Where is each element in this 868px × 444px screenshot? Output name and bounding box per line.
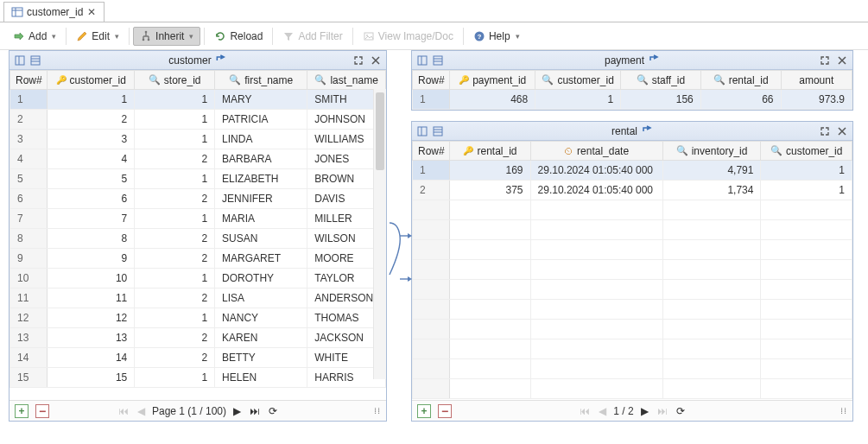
table-row[interactable]: 1 169 29.10.2024 01:05:40 000 4,791 1: [413, 161, 852, 181]
reload-button[interactable]: Reload: [208, 28, 269, 45]
cell-customer-id[interactable]: 5: [48, 169, 135, 189]
cell-customer-id[interactable]: 13: [48, 328, 135, 348]
cell-store-id[interactable]: 1: [135, 269, 215, 289]
maximize-icon[interactable]: [818, 124, 832, 138]
cell-customer-id[interactable]: 1: [48, 90, 135, 110]
table-row[interactable]: 15 15 1 HELEN HARRIS: [10, 368, 386, 388]
cell-store-id[interactable]: 2: [135, 189, 215, 209]
cell-store-id[interactable]: 2: [135, 328, 215, 348]
cell-rental-date[interactable]: 29.10.2024 01:05:40 000: [530, 181, 662, 200]
cell-customer-id[interactable]: 1: [535, 90, 621, 110]
link-icon[interactable]: [215, 53, 227, 67]
col-store-id[interactable]: store_id: [164, 74, 201, 86]
cell-customer-id[interactable]: 14: [48, 348, 135, 368]
cell-store-id[interactable]: 1: [135, 368, 215, 388]
cell-first-name[interactable]: MARIA: [215, 209, 307, 229]
cell-first-name[interactable]: NANCY: [215, 308, 307, 328]
footer-menu-icon[interactable]: ⁞⁞: [374, 406, 381, 415]
add-button[interactable]: Add ▾: [7, 28, 62, 45]
refresh-button[interactable]: ⟳: [675, 405, 687, 417]
table-row[interactable]: 4 4 2 BARBARA JONES: [10, 149, 386, 169]
maximize-icon[interactable]: [352, 54, 365, 67]
refresh-button[interactable]: ⟳: [267, 405, 279, 417]
table-row[interactable]: 1 468 1 156 66 973.9: [413, 90, 852, 110]
cell-inventory-id[interactable]: 1,734: [662, 181, 761, 200]
cell-store-id[interactable]: 2: [135, 348, 215, 368]
cell-rental-id[interactable]: 66: [700, 90, 781, 110]
last-page-button[interactable]: ⏭: [248, 405, 262, 417]
panel-layout1-icon[interactable]: [415, 54, 429, 67]
maximize-icon[interactable]: [818, 54, 832, 67]
col-rownum[interactable]: Row#: [418, 74, 445, 86]
col-rental-date[interactable]: rental_date: [577, 145, 629, 157]
cell-first-name[interactable]: MARY: [215, 90, 307, 110]
cell-first-name[interactable]: ELIZABETH: [215, 169, 307, 189]
next-page-button[interactable]: ▶: [231, 405, 243, 417]
cell-store-id[interactable]: 2: [135, 229, 215, 249]
cell-customer-id[interactable]: 3: [48, 130, 135, 149]
col-inventory-id[interactable]: inventory_id: [692, 145, 748, 157]
close-icon[interactable]: [835, 124, 849, 138]
add-row-button[interactable]: +: [15, 404, 29, 418]
cell-first-name[interactable]: HELEN: [215, 368, 307, 388]
rental-grid[interactable]: Row# 🔑rental_id ⏲rental_date 🔍inventory_…: [412, 141, 852, 400]
table-row[interactable]: 14 14 2 BETTY WHITE: [10, 348, 386, 368]
cell-first-name[interactable]: BETTY: [215, 348, 307, 368]
cell-inventory-id[interactable]: 4,791: [662, 161, 761, 181]
cell-store-id[interactable]: 1: [135, 110, 215, 130]
cell-store-id[interactable]: 1: [135, 169, 215, 189]
cell-first-name[interactable]: LISA: [215, 289, 307, 308]
cell-customer-id[interactable]: 4: [48, 149, 135, 169]
cell-store-id[interactable]: 1: [135, 130, 215, 149]
first-page-button[interactable]: ⏮: [117, 405, 130, 417]
col-rental-id[interactable]: rental_id: [477, 145, 516, 157]
table-row[interactable]: 5 5 1 ELIZABETH BROWN: [10, 169, 386, 189]
col-rental-id[interactable]: rental_id: [729, 74, 769, 86]
last-page-button[interactable]: ⏭: [656, 405, 669, 417]
inherit-button[interactable]: Inherit ▾: [133, 27, 200, 46]
table-row[interactable]: 2 2 1 PATRICIA JOHNSON: [10, 110, 386, 130]
col-first-name[interactable]: first_name: [244, 74, 293, 86]
footer-menu-icon[interactable]: ⁞⁞: [840, 406, 847, 415]
cell-rental-id[interactable]: 375: [450, 181, 530, 200]
cell-customer-id[interactable]: 2: [48, 110, 135, 130]
cell-customer-id[interactable]: 7: [48, 209, 135, 229]
vertical-scrollbar[interactable]: [373, 89, 386, 379]
cell-customer-id[interactable]: 10: [48, 269, 135, 289]
prev-page-button[interactable]: ◀: [597, 405, 608, 417]
table-row[interactable]: 2 375 29.10.2024 01:05:40 000 1,734 1: [413, 181, 852, 200]
cell-payment-id[interactable]: 468: [450, 90, 535, 110]
table-row[interactable]: 10 10 1 DOROTHY TAYLOR: [10, 269, 386, 289]
cell-rental-id[interactable]: 169: [450, 161, 530, 181]
cell-customer-id[interactable]: 12: [48, 308, 135, 328]
cell-first-name[interactable]: KAREN: [215, 328, 307, 348]
add-filter-button[interactable]: Add Filter: [276, 28, 348, 45]
close-icon[interactable]: [835, 54, 849, 67]
scrollbar-thumb[interactable]: [376, 92, 384, 170]
cell-store-id[interactable]: 2: [135, 289, 215, 308]
col-customer-id[interactable]: customer_id: [557, 74, 613, 86]
table-row[interactable]: 6 6 2 JENNIFER DAVIS: [10, 189, 386, 209]
table-row[interactable]: 7 7 1 MARIA MILLER: [10, 209, 386, 229]
table-row[interactable]: 8 8 2 SUSAN WILSON: [10, 229, 386, 249]
view-image-button[interactable]: View Image/Doc: [357, 28, 459, 45]
col-last-name[interactable]: last_name: [330, 74, 377, 86]
payment-grid[interactable]: Row# 🔑payment_id 🔍customer_id 🔍staff_id …: [412, 70, 852, 110]
cell-store-id[interactable]: 2: [135, 249, 215, 269]
cell-store-id[interactable]: 1: [135, 90, 215, 110]
cell-customer-id[interactable]: 1: [761, 181, 852, 200]
next-page-button[interactable]: ▶: [639, 405, 650, 417]
table-row[interactable]: 11 11 2 LISA ANDERSON: [10, 289, 386, 308]
cell-store-id[interactable]: 2: [135, 149, 215, 169]
cell-customer-id[interactable]: 11: [48, 289, 135, 308]
delete-row-button[interactable]: −: [35, 404, 49, 418]
close-icon[interactable]: ✕: [86, 7, 97, 17]
cell-first-name[interactable]: MARGARET: [215, 249, 307, 269]
help-button[interactable]: ? Help ▾: [467, 28, 526, 45]
cell-first-name[interactable]: LINDA: [215, 130, 307, 149]
link-icon[interactable]: [641, 124, 653, 138]
table-row[interactable]: 9 9 2 MARGARET MOORE: [10, 249, 386, 269]
panel-layout1-icon[interactable]: [415, 124, 429, 138]
table-row[interactable]: 1 1 1 MARY SMITH: [10, 90, 386, 110]
col-customer-id[interactable]: customer_id: [70, 74, 126, 86]
